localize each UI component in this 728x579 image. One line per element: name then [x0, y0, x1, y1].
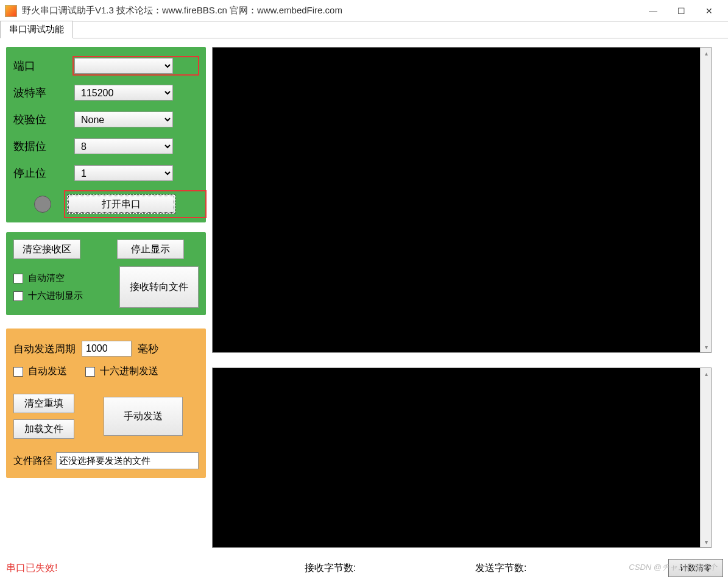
parity-label: 校验位: [13, 112, 74, 127]
period-unit-label: 毫秒: [138, 342, 158, 356]
status-bar: 串口已失效! 接收字节数: 发送字节数: 计数清零: [0, 557, 728, 579]
scroll-down-icon[interactable]: ▾: [701, 536, 712, 547]
auto-send-label: 自动发送: [28, 365, 67, 378]
baud-label: 波特率: [13, 85, 74, 100]
left-column: 端口 波特率 115200 校验位 None 数据: [6, 47, 206, 478]
reset-count-button[interactable]: 计数清零: [668, 559, 723, 577]
hex-send-checkbox[interactable]: [85, 367, 95, 377]
status-indicator-icon: [34, 196, 51, 213]
scroll-up-icon[interactable]: ▴: [701, 368, 712, 379]
scroll-down-icon[interactable]: ▾: [701, 341, 712, 352]
serial-config-panel: 端口 波特率 115200 校验位 None 数据: [6, 47, 206, 222]
title-bar: 野火串口调试助手V1.3 技术论坛：www.fireBBS.cn 官网：www.…: [0, 0, 728, 22]
auto-send-period-label: 自动发送周期: [13, 342, 76, 356]
app-icon: [5, 5, 17, 17]
load-file-button[interactable]: 加载文件: [13, 419, 74, 439]
clear-receive-button[interactable]: 清空接收区: [13, 240, 80, 259]
auto-clear-checkbox[interactable]: [13, 274, 23, 283]
hex-send-label: 十六进制发送: [100, 365, 158, 378]
send-scrollbar[interactable]: ▴ ▾: [700, 368, 711, 547]
port-select[interactable]: [74, 58, 173, 74]
content-area: 端口 波特率 115200 校验位 None 数据: [0, 38, 728, 556]
port-highlight: [74, 58, 197, 74]
auto-send-period-input[interactable]: [82, 341, 132, 357]
send-options-panel: 自动发送周期 毫秒 自动发送 十六进制发送 清空重填 加载文件: [6, 329, 206, 478]
send-display[interactable]: ▴ ▾: [212, 368, 712, 548]
stop-bits-select[interactable]: 1: [74, 165, 173, 181]
hex-display-label: 十六进制显示: [28, 290, 83, 302]
stop-bits-label: 停止位: [13, 166, 74, 180]
data-bits-label: 数据位: [13, 139, 74, 154]
recv-bytes-label: 接收字节数:: [305, 562, 356, 575]
parity-select[interactable]: None: [74, 112, 173, 127]
status-error-text: 串口已失效!: [6, 562, 57, 575]
receive-display[interactable]: ▴ ▾: [212, 47, 712, 353]
port-label: 端口: [13, 59, 74, 73]
hex-display-checkbox[interactable]: [13, 291, 23, 301]
file-path-label: 文件路径: [13, 455, 52, 467]
manual-send-button[interactable]: 手动发送: [104, 397, 183, 436]
tab-row: 串口调试功能: [0, 21, 728, 38]
receive-to-file-button[interactable]: 接收转向文件: [119, 266, 199, 308]
open-port-highlight: 打开串口: [66, 192, 205, 216]
auto-send-checkbox[interactable]: [13, 367, 23, 377]
baud-select[interactable]: 115200: [74, 85, 173, 101]
stop-display-button[interactable]: 停止显示: [117, 240, 184, 259]
maximize-button[interactable]: ☐: [667, 1, 695, 21]
open-port-button[interactable]: 打开串口: [67, 194, 175, 214]
scroll-up-icon[interactable]: ▴: [701, 48, 712, 59]
auto-clear-label: 自动清空: [28, 272, 65, 284]
send-bytes-label: 发送字节数:: [475, 562, 526, 575]
close-button[interactable]: ✕: [695, 1, 723, 21]
data-bits-select[interactable]: 8: [74, 138, 173, 154]
minimize-button[interactable]: ―: [639, 1, 667, 21]
clear-refill-button[interactable]: 清空重填: [13, 394, 74, 413]
receive-scrollbar[interactable]: ▴ ▾: [700, 48, 711, 352]
file-path-input[interactable]: [56, 452, 199, 469]
window-title: 野火串口调试助手V1.3 技术论坛：www.fireBBS.cn 官网：www.…: [22, 5, 342, 16]
tab-serial-debug[interactable]: 串口调试功能: [0, 21, 73, 38]
receive-options-panel: 清空接收区 停止显示 自动清空 十六进制显示 接收转向文件: [6, 232, 206, 315]
